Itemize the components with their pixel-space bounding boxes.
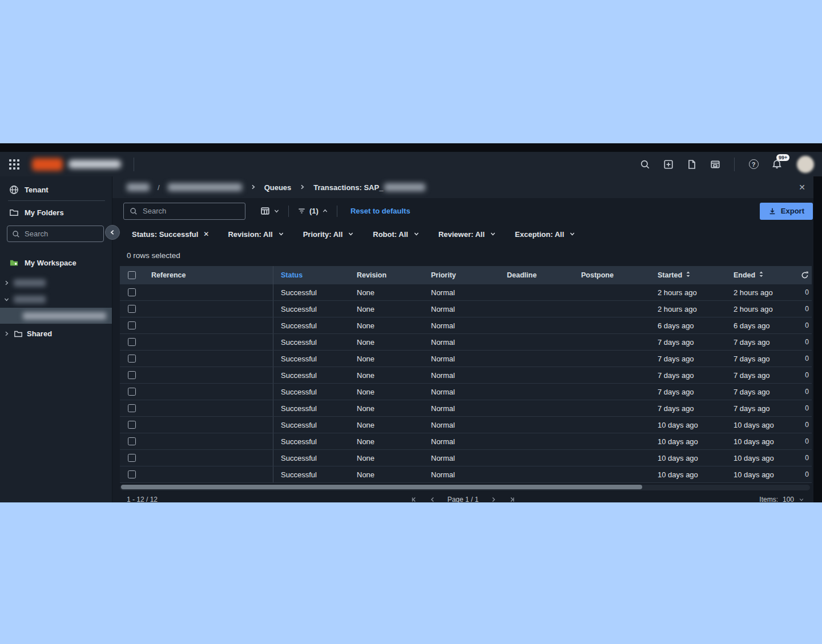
previous-page-icon[interactable] — [429, 496, 436, 502]
sidebar-subfolder-selected[interactable] — [0, 308, 112, 324]
export-button[interactable]: Export — [760, 203, 813, 220]
notification-count-badge: 99+ — [776, 154, 789, 161]
filter-chip[interactable]: Priority: All — [303, 230, 354, 239]
sidebar-item-my-workspace[interactable]: My Workspace — [0, 254, 112, 271]
column-header-priority[interactable]: Priority — [424, 271, 499, 279]
table-row[interactable]: SuccessfulNoneNormal7 days ago7 days ago… — [120, 351, 812, 367]
filter-count: (1) — [309, 207, 319, 215]
chevron-down-icon[interactable] — [413, 230, 420, 239]
download-icon — [768, 207, 776, 215]
table-row[interactable]: SuccessfulNoneNormal2 hours ago2 hours a… — [120, 284, 812, 301]
chevron-down-icon[interactable] — [348, 230, 354, 239]
table-row[interactable]: SuccessfulNoneNormal10 days ago10 days a… — [120, 417, 812, 433]
blurred-breadcrumb-folder[interactable] — [168, 183, 242, 191]
close-icon[interactable]: ✕ — [799, 183, 807, 192]
column-header-status[interactable]: Status — [273, 266, 349, 284]
sidebar-item-tenant[interactable]: Tenant — [0, 181, 112, 198]
transactions-search[interactable] — [123, 203, 245, 220]
sidebar-search[interactable] — [7, 226, 104, 242]
row-checkbox[interactable] — [120, 371, 144, 379]
table-row[interactable]: SuccessfulNoneNormal7 days ago7 days ago… — [120, 334, 812, 351]
chevron-down-icon[interactable] — [490, 230, 496, 239]
sidebar-folder-collapsed[interactable] — [0, 275, 112, 291]
row-checkbox[interactable] — [120, 305, 144, 313]
global-search-icon[interactable] — [639, 159, 651, 170]
column-header-ended[interactable]: Ended — [726, 271, 793, 280]
last-page-icon[interactable] — [508, 496, 515, 502]
first-page-icon[interactable] — [411, 496, 418, 502]
sort-icon[interactable] — [758, 271, 764, 280]
column-header-deadline[interactable]: Deadline — [499, 271, 574, 279]
row-checkbox[interactable] — [120, 437, 144, 445]
blurred-breadcrumb-tenant[interactable] — [127, 183, 150, 191]
cell-ended: 10 days ago — [726, 421, 793, 429]
table-row[interactable]: SuccessfulNoneNormal7 days ago7 days ago… — [120, 384, 812, 400]
toolbar-divider — [337, 206, 337, 217]
filter-chip[interactable]: Status: Successful✕ — [132, 230, 209, 239]
document-icon[interactable] — [686, 159, 698, 170]
cell-started: 10 days ago — [650, 470, 726, 479]
horizontal-scrollbar[interactable] — [120, 485, 810, 490]
chevron-down-icon[interactable] — [799, 497, 804, 502]
filter-chip[interactable]: Reviewer: All — [438, 230, 496, 239]
help-icon[interactable]: ? — [748, 159, 759, 170]
row-checkbox[interactable] — [120, 355, 144, 363]
column-header-revision[interactable]: Revision — [349, 271, 424, 279]
table-row[interactable]: SuccessfulNoneNormal7 days ago7 days ago… — [120, 367, 812, 384]
table-row[interactable]: SuccessfulNoneNormal10 days ago10 days a… — [120, 433, 812, 450]
filter-chip[interactable]: Robot: All — [373, 230, 420, 239]
select-all-checkbox[interactable] — [120, 271, 144, 279]
row-checkbox[interactable] — [120, 338, 144, 346]
filter-button[interactable]: (1) — [297, 207, 328, 215]
filter-chip[interactable]: Revision: All — [228, 230, 284, 239]
row-checkbox[interactable] — [120, 470, 144, 478]
row-checkbox[interactable] — [120, 288, 144, 296]
transactions-search-input[interactable] — [143, 207, 234, 215]
sidebar-search-input[interactable] — [25, 230, 87, 238]
sidebar-item-my-folders[interactable]: My Folders — [0, 204, 112, 221]
items-per-page-value[interactable]: 100 — [783, 496, 794, 502]
table-row[interactable]: SuccessfulNoneNormal2 hours ago2 hours a… — [120, 301, 812, 317]
sidebar-item-shared[interactable]: Shared — [0, 325, 112, 342]
column-header-started[interactable]: Started — [650, 271, 726, 280]
breadcrumb-slash: / — [158, 183, 160, 192]
refresh-button[interactable] — [793, 271, 812, 279]
table-row[interactable]: SuccessfulNoneNormal6 days ago6 days ago… — [120, 317, 812, 334]
remove-filter-icon[interactable]: ✕ — [203, 230, 209, 238]
row-checkbox[interactable] — [120, 454, 144, 462]
next-page-icon[interactable] — [490, 496, 497, 502]
cell-status: Successful — [273, 400, 349, 416]
cell-extra: 0 — [793, 355, 812, 363]
app-launcher-icon[interactable] — [9, 159, 19, 170]
sidebar-collapse-button[interactable] — [105, 225, 120, 240]
orchestrator-wordmark — [68, 160, 121, 168]
breadcrumb-queues[interactable]: Queues — [264, 183, 292, 192]
columns-button[interactable] — [260, 206, 280, 216]
window-top-strip — [0, 143, 822, 152]
chevron-down-icon[interactable] — [278, 230, 284, 239]
row-checkbox[interactable] — [120, 404, 144, 412]
cell-started: 2 hours ago — [650, 288, 726, 297]
resource-center-icon[interactable] — [663, 159, 674, 170]
column-header-postpone[interactable]: Postpone — [574, 271, 650, 279]
cell-status: Successful — [273, 301, 349, 317]
table-row[interactable]: SuccessfulNoneNormal7 days ago7 days ago… — [120, 400, 812, 417]
notifications-bell-icon[interactable]: 99+ — [771, 159, 783, 170]
column-header-reference[interactable]: Reference — [144, 271, 273, 279]
filter-chip[interactable]: Exception: All — [515, 230, 575, 239]
user-avatar[interactable] — [797, 156, 814, 173]
row-checkbox[interactable] — [120, 321, 144, 329]
horizontal-scrollbar-thumb[interactable] — [121, 485, 642, 489]
archive-icon[interactable] — [710, 159, 721, 170]
row-checkbox[interactable] — [120, 421, 144, 429]
row-checkbox[interactable] — [120, 388, 144, 396]
reset-to-defaults-link[interactable]: Reset to defaults — [350, 207, 410, 215]
chevron-down-icon[interactable] — [569, 230, 575, 239]
table-row[interactable]: SuccessfulNoneNormal10 days ago10 days a… — [120, 450, 812, 466]
cell-revision: None — [349, 421, 424, 429]
cell-priority: Normal — [424, 437, 499, 446]
table-row[interactable]: SuccessfulNoneNormal10 days ago10 days a… — [120, 466, 812, 483]
sidebar-folder-expanded[interactable] — [0, 291, 112, 308]
sort-icon[interactable] — [685, 271, 691, 280]
cell-status: Successful — [273, 417, 349, 433]
